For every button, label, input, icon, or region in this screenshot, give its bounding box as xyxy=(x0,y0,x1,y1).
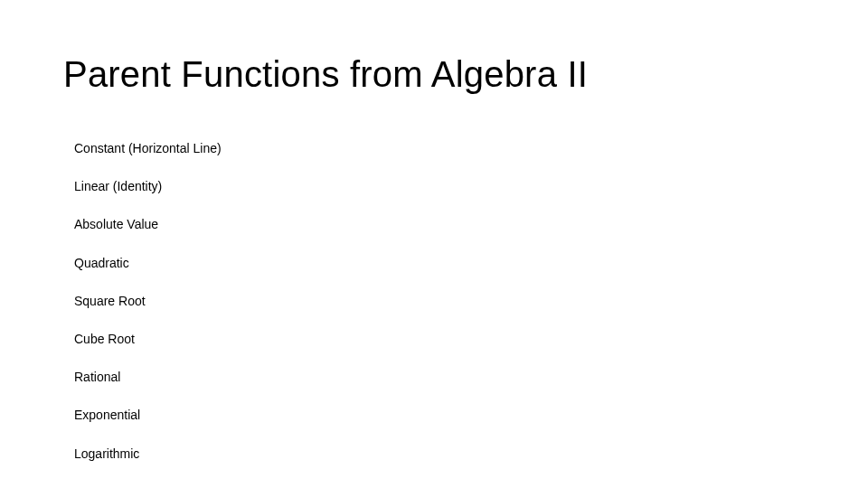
page-title: Parent Functions from Algebra II xyxy=(63,54,805,95)
list-item: Exponential xyxy=(74,407,805,423)
list-item: Cube Root xyxy=(74,331,805,347)
list-item: Linear (Identity) xyxy=(74,178,805,194)
function-list: Constant (Horizontal Line) Linear (Ident… xyxy=(63,140,805,462)
list-item: Square Root xyxy=(74,293,805,309)
list-item: Rational xyxy=(74,369,805,385)
list-item: Logarithmic xyxy=(74,446,805,462)
list-item: Quadratic xyxy=(74,255,805,271)
list-item: Absolute Value xyxy=(74,216,805,232)
list-item: Constant (Horizontal Line) xyxy=(74,140,805,156)
slide: Parent Functions from Algebra II Constan… xyxy=(0,0,868,488)
